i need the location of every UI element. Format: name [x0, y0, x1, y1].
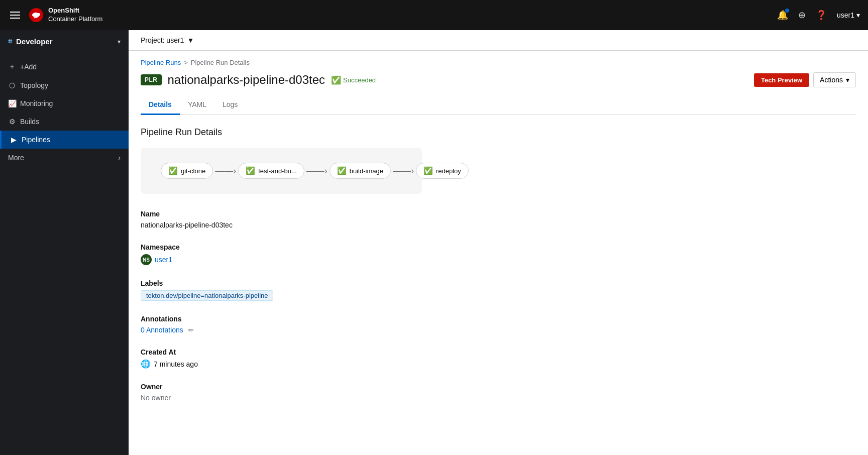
sidebar-item-more-label: More [8, 154, 24, 162]
namespace-icon: NS [141, 254, 152, 265]
sidebar-item-add[interactable]: ＋ +Add [0, 57, 129, 76]
breadcrumb: Pipeline Runs > Pipeline Run Details [141, 59, 856, 66]
created-at-label: Created At [141, 348, 856, 356]
detail-created-at: Created At 🌐 7 minutes ago [141, 348, 856, 369]
notifications-icon[interactable]: 🔔 [777, 10, 788, 21]
tab-yaml[interactable]: YAML [180, 95, 214, 115]
annotations-edit-icon[interactable]: ✏ [188, 326, 194, 334]
succeeded-icon: ✅ [331, 75, 341, 85]
sidebar-item-monitoring-label: Monitoring [20, 99, 53, 107]
detail-labels: Labels tekton.dev/pipeline=nationalparks… [141, 279, 856, 301]
perspective-icon: ⌗ [8, 37, 12, 46]
actions-button[interactable]: Actions ▾ [813, 72, 856, 87]
pipeline-step-git-clone[interactable]: ✅ git-clone [161, 163, 213, 179]
arrow-icon-1: ——› [215, 166, 236, 176]
monitoring-nav-icon: 📈 [8, 99, 16, 107]
sidebar-item-monitoring[interactable]: 📈 Monitoring [0, 94, 129, 112]
created-at-text: 7 minutes ago [154, 360, 198, 368]
pipeline-step-build[interactable]: ✅ build-image [330, 163, 391, 179]
globe-icon: 🌐 [141, 359, 151, 369]
arrow-icon-2: ——› [306, 166, 328, 176]
step-box-build: ✅ build-image [330, 163, 391, 179]
brand-logo: OpenShift Container Platform [28, 7, 102, 24]
hamburger-menu[interactable] [8, 10, 22, 21]
step-check-build-icon: ✅ [337, 166, 347, 175]
main-content: Pipeline Run Details ✅ git-clone ——› ✅ t… [129, 115, 868, 455]
detail-name: Name nationalparks-pipeline-d03tec [141, 210, 856, 229]
add-icon[interactable]: ⊕ [798, 10, 806, 21]
status-badge: ✅ Succeeded [331, 75, 376, 85]
topology-nav-icon: ⬡ [8, 81, 16, 89]
step-arrow-2: ——› [306, 166, 328, 176]
project-label: Project: user1 [141, 36, 184, 44]
step-arrow-1: ——› [215, 166, 236, 176]
annotations-link[interactable]: 0 Annotations [141, 326, 183, 334]
builds-nav-icon: ⚙ [8, 118, 16, 126]
section-title: Pipeline Run Details [141, 127, 856, 138]
step-label-build: build-image [350, 167, 383, 175]
step-box-redeploy: ✅ redeploy [416, 163, 469, 179]
detail-owner: Owner No owner [141, 383, 856, 402]
page-title-left: PLR nationalparks-pipeline-d03tec ✅ Succ… [141, 73, 376, 87]
name-value: nationalparks-pipeline-d03tec [141, 221, 856, 229]
annotations-label: Annotations [141, 315, 856, 323]
content-area: Project: user1 ▼ Pipeline Runs > Pipelin… [129, 30, 868, 455]
sidebar-item-builds-label: Builds [20, 118, 39, 126]
page-title-row: PLR nationalparks-pipeline-d03tec ✅ Succ… [141, 72, 856, 87]
step-check-redeploy-icon: ✅ [423, 166, 433, 175]
pipeline-step-redeploy[interactable]: ✅ redeploy [416, 163, 469, 179]
brand-text: OpenShift Container Platform [48, 7, 102, 24]
label-chip[interactable]: tekton.dev/pipeline=nationalparks-pipeli… [141, 290, 273, 301]
actions-dropdown-icon: ▾ [846, 76, 849, 84]
redhat-logo-icon [28, 7, 44, 23]
perspective-chevron-icon: ▾ [118, 38, 121, 45]
name-label: Name [141, 210, 856, 218]
namespace-value: NS user1 [141, 254, 172, 265]
sidebar-item-pipelines-label: Pipelines [22, 136, 50, 144]
plr-badge: PLR [141, 74, 162, 85]
step-label-git-clone: git-clone [181, 167, 205, 175]
top-navigation: OpenShift Container Platform 🔔 ⊕ ❓ user1… [0, 0, 868, 30]
perspective-label: Developer [16, 37, 53, 46]
page-title-right: Tech Preview Actions ▾ [754, 72, 856, 87]
sidebar-item-pipelines[interactable]: ▶ Pipelines [0, 131, 129, 149]
sidebar-more-arrow-icon: › [118, 154, 121, 162]
tabs: Details YAML Logs [141, 95, 856, 115]
sidebar-item-more[interactable]: More › [0, 149, 129, 167]
pipeline-step-test[interactable]: ✅ test-and-bu... [238, 163, 304, 179]
labels-label: Labels [141, 279, 856, 287]
sidebar-item-builds[interactable]: ⚙ Builds [0, 112, 129, 131]
step-box-test: ✅ test-and-bu... [238, 163, 304, 179]
project-dropdown-button[interactable]: ▼ [187, 36, 194, 44]
step-box-git-clone: ✅ git-clone [161, 163, 213, 179]
step-label-redeploy: redeploy [436, 167, 461, 175]
tech-preview-button[interactable]: Tech Preview [754, 73, 809, 87]
annotations-value: 0 Annotations ✏ [141, 326, 856, 334]
owner-value: No owner [141, 394, 856, 402]
sidebar-item-topology-label: Topology [20, 81, 48, 89]
page-title: nationalparks-pipeline-d03tec [168, 73, 325, 87]
step-arrow-3: ——› [393, 166, 414, 176]
pipelines-nav-icon: ▶ [10, 136, 18, 144]
namespace-label: Namespace [141, 243, 856, 251]
add-nav-icon: ＋ [8, 62, 16, 71]
user-menu[interactable]: user1 ▾ [837, 11, 860, 19]
pipeline-visualization: ✅ git-clone ——› ✅ test-and-bu... ——› [141, 148, 422, 194]
sidebar-item-add-label: +Add [20, 63, 37, 71]
breadcrumb-separator: > [184, 59, 188, 66]
status-label: Succeeded [343, 76, 376, 84]
sidebar-nav: ＋ +Add ⬡ Topology 📈 Monitoring ⚙ Builds … [0, 53, 129, 171]
tab-details[interactable]: Details [141, 95, 180, 115]
owner-label: Owner [141, 383, 856, 391]
help-icon[interactable]: ❓ [816, 10, 827, 21]
arrow-icon-3: ——› [393, 166, 414, 176]
detail-annotations: Annotations 0 Annotations ✏ [141, 315, 856, 334]
breadcrumb-current: Pipeline Run Details [191, 59, 250, 66]
perspective-switcher[interactable]: ⌗ Developer ▾ [0, 30, 129, 53]
tab-logs[interactable]: Logs [214, 95, 246, 115]
namespace-link[interactable]: user1 [155, 256, 172, 264]
sidebar-item-topology[interactable]: ⬡ Topology [0, 76, 129, 94]
page-header: Pipeline Runs > Pipeline Run Details PLR… [129, 51, 868, 87]
breadcrumb-pipeline-runs-link[interactable]: Pipeline Runs [141, 59, 181, 66]
sidebar: ⌗ Developer ▾ ＋ +Add ⬡ Topology 📈 Monito… [0, 30, 129, 455]
